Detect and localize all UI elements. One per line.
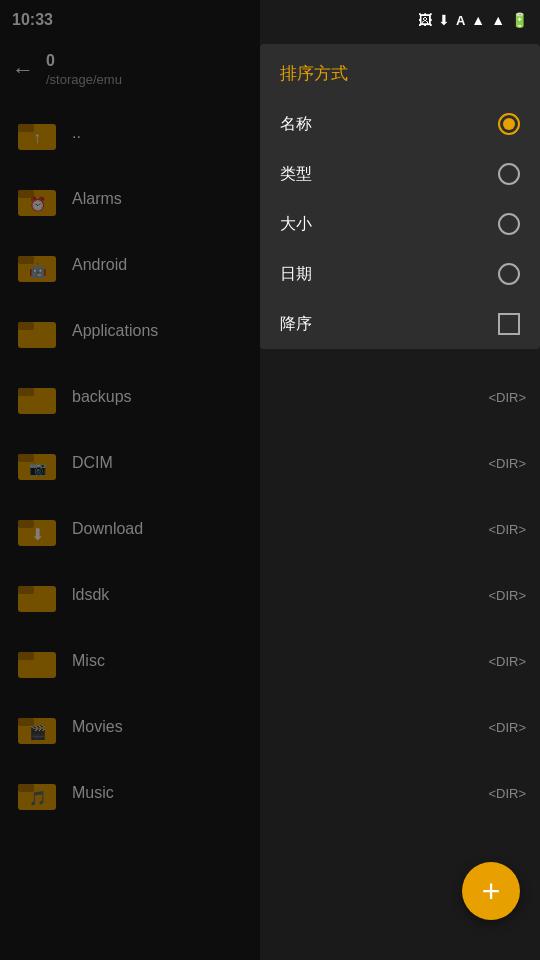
sort-radio-size[interactable] bbox=[498, 213, 520, 235]
file-meta: <DIR> bbox=[488, 654, 526, 669]
download-status-icon: ⬇ bbox=[438, 12, 450, 28]
sort-option-label: 大小 bbox=[280, 214, 312, 235]
sort-option-label: 类型 bbox=[280, 164, 312, 185]
fab-add-button[interactable]: + bbox=[462, 862, 520, 920]
file-meta: <DIR> bbox=[488, 786, 526, 801]
sort-overlay[interactable] bbox=[0, 0, 260, 960]
sort-checkbox-desc[interactable] bbox=[498, 313, 520, 335]
sort-option-label: 降序 bbox=[280, 314, 312, 335]
signal-icon: ▲ bbox=[491, 12, 505, 28]
file-meta: <DIR> bbox=[488, 390, 526, 405]
sort-option-type[interactable]: 类型 bbox=[260, 149, 540, 199]
a-icon: A bbox=[456, 13, 465, 28]
file-meta: <DIR> bbox=[488, 522, 526, 537]
file-meta: <DIR> bbox=[488, 456, 526, 471]
sort-option-name[interactable]: 名称 bbox=[260, 99, 540, 149]
photo-icon: 🖼 bbox=[418, 12, 432, 28]
sort-radio-type[interactable] bbox=[498, 163, 520, 185]
sort-option-date[interactable]: 日期 bbox=[260, 249, 540, 299]
wifi-icon: ▲ bbox=[471, 12, 485, 28]
sort-panel: 排序方式 名称类型大小日期降序 bbox=[260, 44, 540, 349]
sort-option-desc[interactable]: 降序 bbox=[260, 299, 540, 349]
sort-radio-date[interactable] bbox=[498, 263, 520, 285]
battery-icon: 🔋 bbox=[511, 12, 528, 28]
fab-plus-icon: + bbox=[482, 875, 501, 907]
file-meta: <DIR> bbox=[488, 588, 526, 603]
sort-radio-name[interactable] bbox=[498, 113, 520, 135]
status-icons: 🖼 ⬇ A ▲ ▲ 🔋 bbox=[418, 12, 528, 28]
sort-option-size[interactable]: 大小 bbox=[260, 199, 540, 249]
sort-option-label: 名称 bbox=[280, 114, 312, 135]
sort-panel-title: 排序方式 bbox=[260, 44, 540, 99]
sort-option-label: 日期 bbox=[280, 264, 312, 285]
sort-options-list: 名称类型大小日期降序 bbox=[260, 99, 540, 349]
file-meta: <DIR> bbox=[488, 720, 526, 735]
radio-inner-dot bbox=[503, 118, 515, 130]
